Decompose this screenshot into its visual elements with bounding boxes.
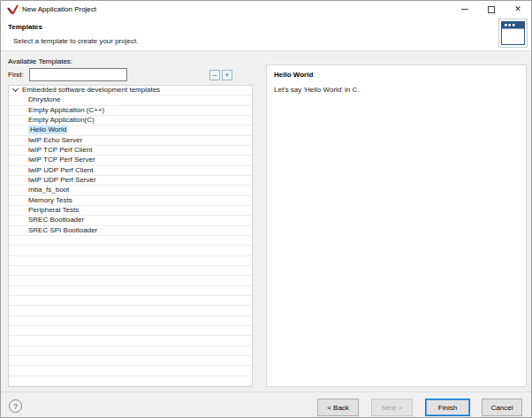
tree-empty-row <box>9 306 252 315</box>
tree-empty-row <box>9 356 252 366</box>
tree-item-label: Memory Tests <box>28 196 72 205</box>
collapse-all-button[interactable]: − <box>209 70 220 80</box>
tree-empty-row <box>9 366 252 376</box>
tree-item-label: Empty Application(C) <box>28 116 95 125</box>
window-controls: ✕ <box>452 1 531 18</box>
window-title: New Application Project <box>22 5 96 13</box>
tree-item-label: Dhrystone <box>28 95 60 104</box>
templates-tree[interactable]: Embedded software development templatesD… <box>8 85 253 387</box>
tree-item-label: lwIP TCP Perf Client <box>28 146 92 155</box>
tree-empty-row <box>9 236 252 246</box>
tree-item-label: lwIP UDP Perf Client <box>28 166 94 175</box>
tree-empty-row <box>9 346 252 356</box>
tree-item-label: mba_fs_boot <box>28 186 69 194</box>
find-label: Find: <box>8 71 24 79</box>
tree-item-peripheral-tests[interactable]: Peripheral Tests <box>9 206 252 216</box>
tree-item-lwip-tcp-perf-server[interactable]: lwIP TCP Perf Server <box>9 156 252 165</box>
tree-item-dhrystone[interactable]: Dhrystone <box>9 95 252 105</box>
tree-item-lwip-tcp-perf-client[interactable]: lwIP TCP Perf Client <box>9 146 252 156</box>
tree-item-label: Empty Application (C++) <box>28 106 104 115</box>
tree-item-empty-application-c[interactable]: Empty Application (C++) <box>9 106 252 116</box>
expand-all-button[interactable]: + <box>222 70 232 80</box>
maximize-icon <box>488 6 495 13</box>
back-button[interactable]: < Back <box>317 399 359 416</box>
new-application-project-dialog: New Application Project ✕ Templates Sele… <box>0 0 532 418</box>
tree-item-mba-fs-boot[interactable]: mba_fs_boot <box>9 186 252 195</box>
tree-item-label: SREC SPI Bootloader <box>28 226 97 235</box>
tree-empty-row <box>9 296 252 306</box>
tree-item-empty-application-c[interactable]: Empty Application(C) <box>9 116 252 125</box>
tree-root-embedded-software-development-templates[interactable]: Embedded software development templates <box>9 86 252 95</box>
template-details-title: Hello World <box>274 71 313 79</box>
tree-item-label: Peripheral Tests <box>28 206 79 215</box>
tree-item-hello-world[interactable]: Hello World <box>9 125 252 135</box>
page-subtitle: Select a template to create your project… <box>13 37 138 45</box>
tree-item-srec-bootloader[interactable]: SREC Bootloader <box>9 216 252 225</box>
tree-item-lwip-udp-perf-client[interactable]: lwIP UDP Perf Client <box>9 166 252 176</box>
minimize-button[interactable] <box>452 1 478 18</box>
xilinx-logo-icon <box>6 4 19 15</box>
tree-item-lwip-udp-perf-server[interactable]: lwIP UDP Perf Server <box>9 176 252 186</box>
tree-empty-row <box>9 336 252 346</box>
page-title: Templates <box>8 23 42 31</box>
tree-empty-row <box>9 266 252 276</box>
button-bar: ? < Back Next > Finish Cancel <box>1 391 532 418</box>
find-input[interactable] <box>29 68 127 81</box>
tree-item-label: lwIP Echo Server <box>28 136 82 145</box>
tree-empty-row <box>9 246 252 255</box>
template-details-description: Let's say 'Hello World' in C. <box>274 86 359 94</box>
tree-empty-row <box>9 316 252 326</box>
tree-root-label: Embedded software development templates <box>22 86 160 95</box>
tree-empty-row <box>9 326 252 336</box>
tree-item-lwip-echo-server[interactable]: lwIP Echo Server <box>9 136 252 146</box>
help-button[interactable]: ? <box>9 399 22 413</box>
finish-button[interactable]: Finish <box>425 399 470 416</box>
tree-empty-row <box>9 376 252 386</box>
application-window-icon <box>498 19 528 48</box>
tree-empty-row <box>9 276 252 285</box>
help-icon: ? <box>13 402 18 411</box>
wizard-body: Available Templates: Find: − + Embedded … <box>1 51 532 391</box>
tree-item-label: SREC Bootloader <box>28 216 84 224</box>
next-button[interactable]: Next > <box>371 399 413 416</box>
minimize-icon <box>461 9 468 10</box>
cancel-button[interactable]: Cancel <box>482 399 522 416</box>
titlebar: New Application Project ✕ <box>1 1 531 18</box>
tree-item-srec-spi-bootloader[interactable]: SREC SPI Bootloader <box>9 226 252 236</box>
tree-item-label: lwIP UDP Perf Server <box>28 176 96 185</box>
chevron-down-icon[interactable] <box>12 86 19 92</box>
template-details-panel: Hello World Let's say 'Hello World' in C… <box>266 65 527 387</box>
maximize-button[interactable] <box>478 1 505 18</box>
tree-item-label: Hello World <box>28 125 68 134</box>
close-icon: ✕ <box>514 5 521 13</box>
available-templates-label: Available Templates: <box>8 57 72 65</box>
tree-item-memory-tests[interactable]: Memory Tests <box>9 196 252 206</box>
tree-item-label: lwIP TCP Perf Server <box>28 156 95 164</box>
wizard-header: Templates Select a template to create yo… <box>1 18 531 51</box>
tree-empty-row <box>9 256 252 266</box>
tree-empty-row <box>9 286 252 296</box>
close-button[interactable]: ✕ <box>505 1 531 18</box>
